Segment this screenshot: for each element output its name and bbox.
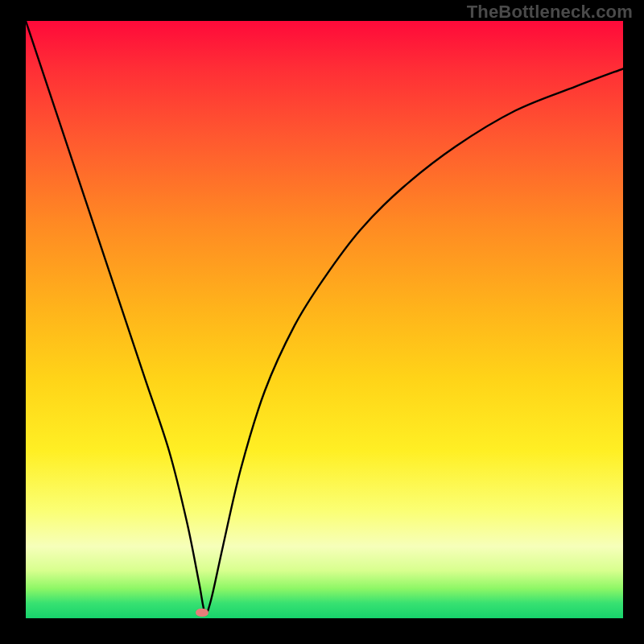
chart-frame: TheBottleneck.com — [0, 0, 644, 644]
plot-area — [26, 21, 623, 618]
curve-svg — [26, 21, 623, 618]
minimum-marker — [196, 609, 208, 617]
bottleneck-curve — [26, 21, 623, 613]
watermark-text: TheBottleneck.com — [467, 2, 633, 23]
